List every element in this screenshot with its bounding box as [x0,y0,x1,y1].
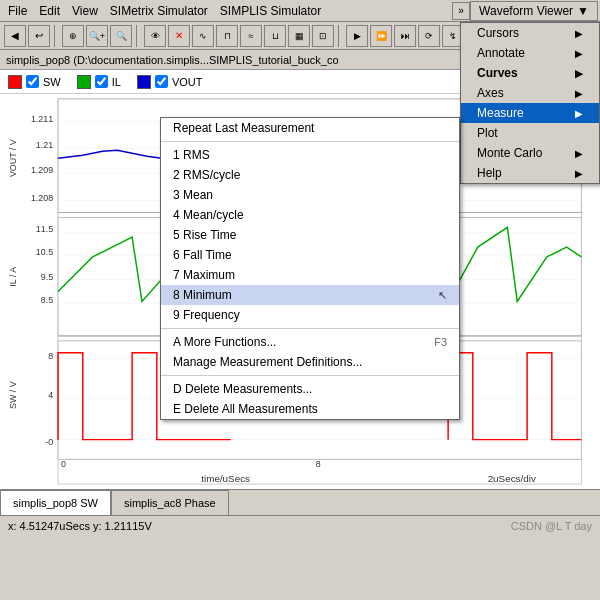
svg-text:1.209: 1.209 [31,165,53,175]
measure-sep1 [161,141,459,142]
wv-menu-cursors[interactable]: Cursors ▶ [461,23,599,43]
svg-text:SW / V: SW / V [8,381,18,409]
svg-text:2uSecs/div: 2uSecs/div [488,473,536,484]
expand-button[interactable]: » [452,2,470,20]
tab-simplis-pop8[interactable]: simplis_pop8 SW [0,490,111,515]
measure-more[interactable]: A More Functions... F3 [161,332,459,352]
measure-delete-all[interactable]: E Delete All Measurements [161,399,459,419]
toolbar-sim3[interactable]: ⏭ [394,25,416,47]
sw-label: SW [43,76,61,88]
waveform-viewer-button[interactable]: Waveform Viewer ▼ [470,1,598,21]
vout-color-box [137,75,151,89]
measure-minimum[interactable]: 8 Minimum ↖ [161,285,459,305]
svg-text:1.21: 1.21 [36,140,53,150]
toolbar-sim4[interactable]: ⟳ [418,25,440,47]
toolbar-wave6[interactable]: ⊡ [312,25,334,47]
status-watermark: CSDN @L T day [511,520,592,532]
svg-text:VOUT / V: VOUT / V [8,139,18,177]
toolbar-wave1[interactable]: ∿ [192,25,214,47]
wv-menu-annotate[interactable]: Annotate ▶ [461,43,599,63]
toolbar-sim1[interactable]: ▶ [346,25,368,47]
wv-menu-montecarlo[interactable]: Monte Carlo ▶ [461,143,599,163]
menu-simetrix[interactable]: SIMetrix Simulator [104,2,214,20]
toolbar-undo[interactable]: ↩ [28,25,50,47]
toolbar-new[interactable]: ◀ [4,25,26,47]
il-checkbox[interactable] [95,75,108,88]
svg-text:11.5: 11.5 [36,224,53,234]
measure-rms-cycle[interactable]: 2 RMS/cycle [161,165,459,185]
svg-text:9.5: 9.5 [41,272,53,282]
menu-edit[interactable]: Edit [33,2,66,20]
measure-fall-time[interactable]: 6 Fall Time [161,245,459,265]
tabs-bar: simplis_pop8 SW simplis_ac8 Phase [0,489,600,515]
tab-simplis-ac8-label: simplis_ac8 Phase [124,497,216,509]
measure-maximum[interactable]: 7 Maximum [161,265,459,285]
wv-title-text: simplis_pop8 (D:\documentation.simplis..… [6,54,339,66]
measure-sep3 [161,375,459,376]
menu-view[interactable]: View [66,2,104,20]
signal-sw: SW [8,75,61,89]
svg-text:-0: -0 [45,437,53,447]
toolbar-zoom-in[interactable]: 🔍+ [86,25,108,47]
menu-simplis[interactable]: SIMPLIS Simulator [214,2,327,20]
more-shortcut: F3 [434,336,447,348]
cursor-indicator: ↖ [438,289,447,302]
toolbar-zoom-fit[interactable]: ⊕ [62,25,84,47]
tab-simplis-ac8[interactable]: simplis_ac8 Phase [111,490,229,515]
measure-mean[interactable]: 3 Mean [161,185,459,205]
tab-simplis-pop8-label: simplis_pop8 SW [13,497,98,509]
toolbar-wave4[interactable]: ⊔ [264,25,286,47]
toolbar-wave3[interactable]: ≈ [240,25,262,47]
toolbar-wave5[interactable]: ▦ [288,25,310,47]
annotate-arrow: ▶ [575,48,583,59]
montecarlo-arrow: ▶ [575,148,583,159]
measure-rise-time[interactable]: 5 Rise Time [161,225,459,245]
help-arrow: ▶ [575,168,583,179]
svg-text:8: 8 [316,459,321,469]
svg-text:IL / A: IL / A [8,267,18,287]
il-color-box [77,75,91,89]
measure-submenu[interactable]: Repeat Last Measurement 1 RMS 2 RMS/cycl… [160,117,460,420]
cursors-arrow: ▶ [575,28,583,39]
curves-arrow: ▶ [575,68,583,79]
vout-label: VOUT [172,76,203,88]
wv-dropdown[interactable]: Cursors ▶ Annotate ▶ Curves ▶ Axes ▶ Mea… [460,22,600,184]
measure-mean-cycle[interactable]: 4 Mean/cycle [161,205,459,225]
measure-manage[interactable]: Manage Measurement Definitions... [161,352,459,372]
wv-menu-plot[interactable]: Plot [461,123,599,143]
measure-repeat-last[interactable]: Repeat Last Measurement [161,118,459,138]
measure-frequency[interactable]: 9 Frequency [161,305,459,325]
measure-delete[interactable]: D Delete Measurements... [161,379,459,399]
svg-text:8: 8 [48,351,53,361]
svg-text:0: 0 [61,459,66,469]
status-bar: x: 4.51247uSecs y: 1.21115V CSDN @L T da… [0,515,600,535]
vout-checkbox[interactable] [155,75,168,88]
toolbar-zoom-out[interactable]: 🔍 [110,25,132,47]
wv-button-arrow: ▼ [577,4,589,18]
measure-rms[interactable]: 1 RMS [161,145,459,165]
toolbar-wave2[interactable]: ⊓ [216,25,238,47]
measure-sep2 [161,328,459,329]
svg-text:1.211: 1.211 [31,114,53,124]
axes-arrow: ▶ [575,88,583,99]
toolbar-probe[interactable]: 👁 [144,25,166,47]
svg-text:time/uSecs: time/uSecs [201,473,250,484]
il-label: IL [112,76,121,88]
sw-color-box [8,75,22,89]
wv-menu-measure[interactable]: Measure ▶ [461,103,599,123]
svg-text:1.208: 1.208 [31,193,53,203]
signal-vout: VOUT [137,75,203,89]
menu-file[interactable]: File [2,2,33,20]
menubar: File Edit View SIMetrix Simulator SIMPLI… [0,0,600,22]
wv-menu-axes[interactable]: Axes ▶ [461,83,599,103]
toolbar-cross[interactable]: ✕ [168,25,190,47]
sw-checkbox[interactable] [26,75,39,88]
wv-menu-help[interactable]: Help ▶ [461,163,599,183]
toolbar-sim2[interactable]: ⏩ [370,25,392,47]
svg-text:10.5: 10.5 [36,247,53,257]
toolbar-sep2 [136,25,140,47]
wv-menu-curves[interactable]: Curves ▶ [461,63,599,83]
status-coords: x: 4.51247uSecs y: 1.21115V [8,520,152,532]
measure-arrow: ▶ [575,108,583,119]
wv-button-label: Waveform Viewer [479,4,573,18]
